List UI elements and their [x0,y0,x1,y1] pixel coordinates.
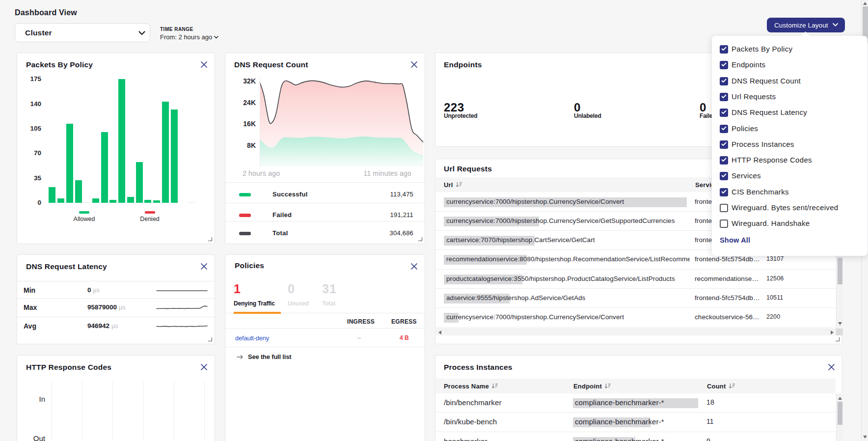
menu-item-label: DNS Request Count [732,77,801,85]
menu-item-label: Wireguard. Bytes sent/received [732,203,838,212]
checkmark-icon [721,158,727,162]
scrollbar-thumb[interactable] [838,402,842,425]
menu-item-dns-request-latency[interactable]: DNS Request Latency [712,106,868,120]
tab-label: Total [322,300,335,307]
scroll-down-arrow-icon[interactable] [863,436,867,439]
menu-item-packets-by-policy[interactable]: Packets By Policy [712,43,868,56]
column-header-endpoint[interactable]: Endpoint [573,383,611,390]
latency-sparkline [156,303,208,312]
checkbox-checked-icon[interactable] [720,125,728,133]
menu-item-dns-request-count[interactable]: DNS Request Count [712,75,868,88]
scroll-left-arrow-icon[interactable] [438,331,441,334]
checkbox-checked-icon[interactable] [720,140,728,149]
checkbox-unchecked-icon[interactable] [720,204,728,212]
menu-item-services[interactable]: Services [712,169,868,183]
menu-item-wireguard-handshake[interactable]: Wireguard. Handshake [712,217,868,231]
close-icon[interactable] [201,364,207,370]
card-title: HTTP Response Codes [26,363,111,372]
close-icon[interactable] [201,61,207,68]
checkmark-icon [721,190,727,194]
menu-item-endpoints[interactable]: Endpoints [712,58,868,72]
chevron-down-icon [833,23,838,27]
menu-item-policies[interactable]: Policies [712,122,868,136]
close-icon[interactable] [828,364,835,370]
time-range-value[interactable]: From: 2 hours ago [160,33,218,41]
process-name-cell: /bin/kube-bench [444,417,497,426]
process-row[interactable]: benchmarkercompliance-benchmarker-*9 [435,432,836,441]
latency-value: 0µs [87,286,100,294]
legend-row-total[interactable]: Total304,686 [225,221,425,242]
checkbox-checked-icon[interactable] [720,77,728,85]
checkbox-unchecked-icon[interactable] [720,220,728,228]
scroll-down-arrow-icon[interactable] [838,322,842,325]
url-cell: currencyservice:7000/hipstershop.Currenc… [446,198,624,205]
close-icon[interactable] [201,263,207,270]
latency-sparkline [156,322,208,331]
menu-item-process-instances[interactable]: Process Instances [712,138,868,152]
menu-item-wireguard-bytes-sent-received[interactable]: Wireguard. Bytes sent/received [712,201,868,215]
time-range: TIME RANGE From: 2 hours ago [160,27,218,41]
url-cell: currencyservice:7000/hipstershop.Currenc… [446,217,675,224]
count-cell: 12506 [766,275,784,282]
card-http-response-codes: HTTP Response Codes InOut [17,355,215,441]
legend-label: Successful [272,191,308,198]
sparkline-path [157,306,207,308]
area-chart [259,77,426,168]
checkbox-checked-icon[interactable] [720,45,728,54]
checkbox-checked-icon[interactable] [720,172,728,180]
menu-item-label: Services [732,171,761,180]
table-horizontal-scrollbar[interactable] [436,329,836,335]
view-selector[interactable]: Cluster [15,23,150,42]
resize-handle-icon[interactable] [836,337,840,341]
process-row[interactable]: /bin/kube-benchcompliance-benchmarker-*1… [435,413,836,432]
stat-value: 223 [444,101,477,113]
service-cell: frontend-5fc5754db… [695,255,760,263]
url-request-row[interactable]: adservice:9555/hipstershop.AdService/Get… [435,289,836,308]
checkbox-checked-icon[interactable] [720,188,728,196]
legend-item-denied[interactable]: Denied [128,211,172,222]
column-header-process-name[interactable]: Process Name [444,383,498,390]
resize-handle-icon[interactable] [208,337,212,341]
bar-allowed [136,162,143,203]
scrollbar-thumb[interactable] [838,258,842,284]
customize-layout-button[interactable]: Customize Layout [767,18,845,32]
show-all-link[interactable]: Show All [720,236,750,244]
scroll-up-arrow-icon[interactable] [838,397,842,400]
checkmark-icon [721,79,727,83]
checkbox-checked-icon[interactable] [720,93,728,101]
menu-item-label: Packets By Policy [732,45,792,53]
tab-value: 0 [288,282,295,295]
menu-item-url-requests[interactable]: Url Requests [712,90,868,104]
resize-handle-icon[interactable] [418,237,422,241]
close-icon[interactable] [411,61,417,68]
url-request-row[interactable]: currencyservice:7000/hipstershop.Currenc… [435,308,836,327]
process-row[interactable]: /bin/benchmarkercompliance-benchmarker-*… [435,393,836,413]
y-tick-label: 32K [231,77,256,85]
scroll-up-arrow-icon[interactable] [863,2,867,5]
close-icon[interactable] [411,263,417,270]
stat-label: Unprotected [444,112,477,119]
endpoint-cell: compliance-benchmarker-* [575,437,664,441]
policy-name-link[interactable]: default-deny [235,334,269,342]
column-header-ingress: INGRESS [347,318,375,325]
checkbox-checked-icon[interactable] [720,61,728,69]
table-vertical-scrollbar[interactable] [836,393,843,441]
url-request-row[interactable]: productcatalogservice:3550/hipstershop.P… [435,270,836,289]
endpoint-cell: compliance-benchmarker-* [575,398,664,407]
card-process-instances: Process Instances Process Name Endpoint … [435,355,842,441]
y-tick-label: 35 [22,174,41,182]
column-header-url[interactable]: Url [444,181,462,189]
legend-row-successful[interactable]: Successful113,475 [225,182,425,203]
checkbox-checked-icon[interactable] [720,156,728,165]
checkbox-checked-icon[interactable] [720,109,728,117]
see-full-list-link[interactable]: See the full list [237,353,291,360]
column-header-count[interactable]: Count [707,383,735,390]
legend-swatch [145,211,155,214]
menu-item-cis-benchmarks[interactable]: CIS Benchmarks [712,186,868,199]
checkmark-icon [721,126,727,131]
grid-line [204,381,205,441]
menu-item-http-response-codes[interactable]: HTTP Response Codes [712,154,868,167]
legend-item-allowed[interactable]: Allowed [62,211,107,222]
scroll-right-arrow-icon[interactable] [831,331,834,334]
resize-handle-icon[interactable] [208,237,212,241]
